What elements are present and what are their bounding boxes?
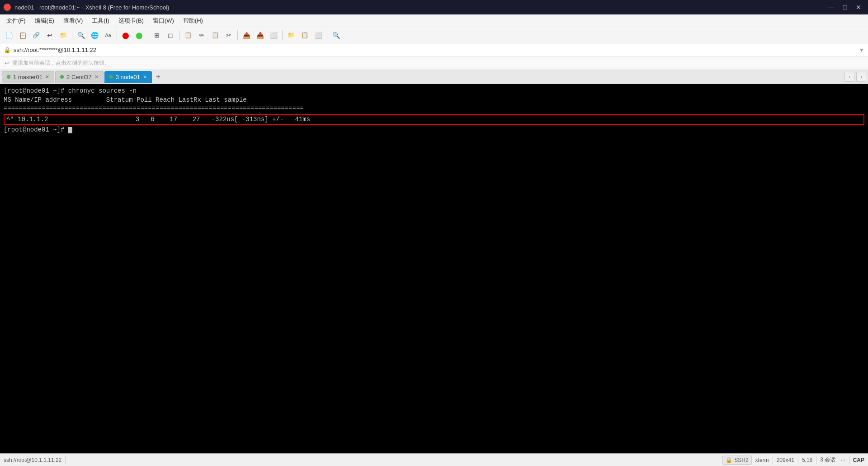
status-sep-1: [65, 457, 66, 464]
toolbar-sep-6: [282, 30, 283, 40]
toolbar-sep-2: [117, 30, 117, 40]
tab-dot-node01: [109, 75, 113, 79]
terminal-line-5: [root@node01 ~]#: [4, 126, 864, 135]
tab-nav: ‹ ›: [844, 72, 866, 82]
toolbar-new[interactable]: 📄: [3, 29, 15, 42]
toolbar-open[interactable]: 📋: [16, 29, 29, 42]
menu-tools[interactable]: 工具(I): [87, 14, 113, 27]
address-url[interactable]: ssh://root:********@10.1.1.11:22: [14, 47, 856, 53]
tab-label-master01: 1 master01: [13, 74, 42, 80]
terminal-area[interactable]: [root@node01 ~]# chronyc sources -n MS N…: [0, 84, 868, 466]
tab-close-node01[interactable]: ✕: [143, 74, 147, 80]
scroll-arrows: ‹ ›: [841, 457, 845, 463]
toolbar: 📄 📋 🔗 ↩ 📁 🔍 🌐 Aa ⬤ ⬤ ⊞ ◻ 📋 ✏ 📋 ✂ 📤 📥 ⬜ 📁…: [0, 27, 868, 43]
tab-cento7[interactable]: 2 CentO7 ✕: [55, 71, 104, 83]
tab-dot-master01: [7, 75, 10, 79]
toolbar-search[interactable]: 🔍: [75, 29, 87, 42]
toolbar-cut[interactable]: ✂: [222, 29, 235, 42]
title-bar-left: node01 - root@node01:~ - Xshell 8 (Free …: [4, 4, 169, 11]
tab-close-master01[interactable]: ✕: [45, 74, 49, 80]
toolbar-sep-5: [237, 30, 238, 40]
status-sep-2: [773, 457, 773, 464]
toolbar-send[interactable]: 📤: [240, 29, 253, 42]
ssh-badge: 🔒 SSH2: [722, 456, 751, 465]
minimize-button[interactable]: —: [826, 3, 837, 12]
menu-tabs[interactable]: 选项卡(B): [114, 14, 148, 27]
toolbar-globe[interactable]: 🌐: [88, 29, 101, 42]
scroll-left-button[interactable]: ‹: [841, 457, 843, 463]
toolbar-folder[interactable]: 📁: [57, 29, 70, 42]
status-sep-5: [849, 457, 849, 464]
terminal-line-3: ========================================…: [4, 104, 864, 113]
toolbar-sep-1: [72, 30, 72, 40]
tab-label-cento7: 2 CentO7: [66, 74, 92, 80]
toolbar-red[interactable]: ⬤: [119, 29, 132, 42]
toolbar-clip[interactable]: 📋: [298, 29, 311, 42]
status-lock-icon: 🔒: [726, 457, 732, 463]
menu-help[interactable]: 帮助(H): [179, 14, 208, 27]
tab-bar: 1 master01 ✕ 2 CentO7 ✕ 3 node01 ✕ + ‹ ›: [0, 70, 868, 84]
app-icon: [4, 4, 11, 11]
toolbar-square[interactable]: ◻: [164, 29, 177, 42]
toolbar-paste[interactable]: 📋: [209, 29, 222, 42]
cap-badge: CAP: [853, 457, 864, 463]
status-position: 5,18: [802, 457, 812, 463]
toolbar-font[interactable]: Aa: [102, 29, 114, 42]
toolbar-recv[interactable]: 📥: [254, 29, 266, 42]
main-content: [root@node01 ~]# chronyc sources -n MS N…: [0, 84, 868, 466]
status-dimensions: 209x41: [777, 457, 794, 463]
toolbar-box[interactable]: ⬜: [267, 29, 280, 42]
scroll-right-button[interactable]: ›: [844, 457, 845, 463]
status-bar: ssh://root@10.1.1.11:22 🔒 SSH2 xterm 209…: [0, 453, 868, 466]
toolbar-sep-4: [179, 30, 179, 40]
status-sep-3: [798, 457, 798, 464]
toolbar-back[interactable]: ↩: [43, 29, 56, 42]
tab-label-node01: 3 node01: [116, 74, 140, 80]
status-terminal-type: xterm: [755, 457, 769, 463]
terminal-cursor: [68, 127, 72, 133]
status-sep-4: [816, 457, 816, 464]
tab-dot-cento7: [60, 75, 64, 79]
toolbar-sep-7: [327, 30, 327, 40]
lock-icon: 🔒: [4, 47, 11, 53]
menu-file[interactable]: 文件(F): [2, 14, 30, 27]
status-address-text: ssh://root@10.1.1.11:22: [4, 457, 61, 463]
toolbar-find[interactable]: 🔍: [330, 29, 342, 42]
terminal-highlighted-row: ^* 10.1.1.2 3 6 17 27 -322us[ -313ns] +/…: [4, 114, 864, 126]
session-hint-text: 要添加当前会话，点击左侧的箭头按钮。: [12, 59, 110, 67]
session-hint-bar: ↩ 要添加当前会话，点击左侧的箭头按钮。: [0, 57, 868, 70]
session-hint-icon: ↩: [5, 60, 9, 66]
tab-add-button[interactable]: +: [153, 71, 164, 82]
menu-bar: 文件(F) 编辑(E) 查看(V) 工具(I) 选项卡(B) 窗口(W) 帮助(…: [0, 14, 868, 27]
tab-next-button[interactable]: ›: [856, 72, 866, 82]
tab-master01[interactable]: 1 master01 ✕: [2, 71, 54, 83]
toolbar-box2[interactable]: ⬜: [312, 29, 325, 42]
toolbar-edit[interactable]: ✏: [195, 29, 208, 42]
tab-prev-button[interactable]: ‹: [844, 72, 854, 82]
tab-node01[interactable]: 3 node01 ✕: [104, 71, 152, 83]
tab-close-cento7[interactable]: ✕: [94, 74, 99, 80]
toolbar-green[interactable]: ⬤: [133, 29, 146, 42]
toolbar-file2[interactable]: 📁: [285, 29, 297, 42]
menu-window[interactable]: 窗口(W): [148, 14, 179, 27]
maximize-button[interactable]: □: [839, 3, 851, 12]
terminal-line-1: [root@node01 ~]# chronyc sources -n: [4, 87, 864, 96]
address-bar: 🔒 ssh://root:********@10.1.1.11:22 ▼: [0, 43, 868, 57]
toolbar-sep-3: [148, 30, 148, 40]
status-ssh-label: SSH2: [734, 457, 748, 463]
close-button[interactable]: ✕: [853, 3, 864, 12]
status-address: ssh://root@10.1.1.11:22: [4, 457, 61, 463]
address-dropdown-icon[interactable]: ▼: [859, 47, 864, 53]
status-right: 🔒 SSH2 xterm 209x41 5,18 3 会话 ‹ › CAP: [722, 456, 864, 465]
toolbar-grid[interactable]: ⊞: [151, 29, 163, 42]
toolbar-copy[interactable]: 📋: [182, 29, 194, 42]
toolbar-link[interactable]: 🔗: [30, 29, 42, 42]
menu-edit[interactable]: 编辑(E): [30, 14, 59, 27]
terminal-line-2: MS Name/IP address Stratum Poll Reach La…: [4, 96, 864, 105]
window-title: node01 - root@node01:~ - Xshell 8 (Free …: [14, 4, 169, 11]
title-bar: node01 - root@node01:~ - Xshell 8 (Free …: [0, 0, 868, 14]
menu-view[interactable]: 查看(V): [59, 14, 87, 27]
status-sessions: 3 会话: [820, 456, 835, 464]
window-controls: — □ ✕: [826, 3, 864, 12]
